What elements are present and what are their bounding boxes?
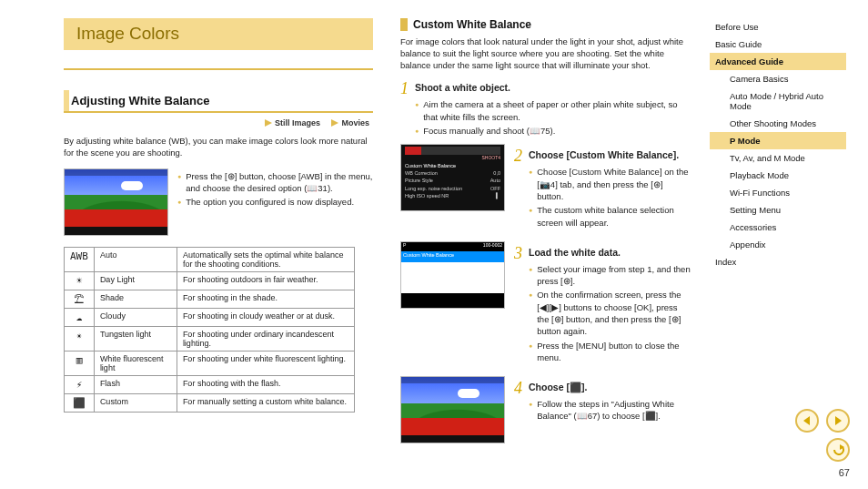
wb-desc: Automatically sets the optimal white bal… (177, 247, 354, 271)
wb-icon: ⬛ (65, 393, 95, 412)
bullet: Focus manually and shoot (📖75). (415, 125, 691, 137)
toc-link[interactable]: Playback Mode (710, 167, 846, 184)
wb-name: Shade (94, 290, 177, 308)
step-3-body: Select your image from step 1, and then … (529, 263, 691, 363)
figure-menu-screen: SHOOT4 Custom White Balance WB Correctio… (400, 144, 505, 211)
toc-link[interactable]: P Mode (710, 132, 846, 149)
wb-desc: For manually setting a custom white bala… (177, 393, 354, 412)
table-row: ✴Tungsten lightFor shooting under ordina… (65, 326, 355, 351)
chapter-rule (64, 68, 373, 70)
wb-icon: AWB (65, 247, 95, 271)
table-row: ⛱ShadeFor shooting in the shade. (65, 290, 355, 308)
wb-name: Custom (94, 393, 177, 412)
toc-link[interactable]: Other Shooting Modes (710, 115, 846, 132)
bullet: Aim the camera at a sheet of paper or ot… (415, 98, 691, 123)
section-adjusting-wb: Adjusting White Balance (64, 90, 373, 113)
toc-link[interactable]: Camera Basics (710, 70, 846, 87)
bullet: Press the [MENU] button to close the men… (529, 340, 691, 364)
wb-icon: ⚡ (65, 375, 95, 393)
wb-table: AWBAutoAutomatically sets the optimal wh… (64, 247, 355, 413)
bullet: On the confirmation screen, press the [◀… (529, 289, 691, 337)
triangle-left-icon (802, 415, 812, 426)
table-row: ☀Day LightFor shooting outdoors in fair … (65, 271, 355, 290)
intro-text: By adjusting white balance (WB), you can… (64, 136, 373, 159)
toc-link[interactable]: Setting Menu (710, 201, 846, 219)
wb-icon: ☀ (65, 271, 95, 290)
bullet: Choose [Custom White Balance] on the [📷4… (529, 166, 691, 202)
wb-desc: For shooting under ordinary incandescent… (177, 326, 354, 351)
section-title: Adjusting White Balance (71, 94, 209, 107)
step-bullets: Press the [⊛] button, choose [AWB] in th… (177, 168, 373, 210)
bullet: The custom white balance selection scree… (529, 204, 691, 229)
step-4-body: Follow the steps in "Adjusting White Bal… (529, 398, 691, 423)
svg-marker-3 (835, 416, 842, 425)
table-row: ⬛CustomFor manually setting a custom whi… (65, 393, 355, 412)
wb-icon: ⛱ (65, 290, 95, 308)
toc-link[interactable]: Index (710, 253, 846, 270)
toc-link[interactable]: Accessories (710, 219, 846, 236)
tag-movies: Movies (331, 118, 369, 127)
table-row: ▥White fluorescent lightFor shooting und… (65, 351, 355, 375)
figure-camera-preview-2 (400, 376, 505, 443)
figure-camera-preview (64, 168, 168, 236)
return-icon (832, 444, 844, 455)
next-page-button[interactable] (826, 409, 850, 433)
tag-still: Still Images (265, 118, 320, 127)
wb-desc: For shooting in the shade. (177, 290, 354, 308)
toc-link[interactable]: Basic Guide (710, 36, 846, 53)
wb-desc: For shooting under white fluorescent lig… (177, 351, 354, 375)
toc-link[interactable]: Wi-Fi Functions (710, 184, 846, 201)
return-button[interactable] (826, 438, 850, 462)
bullet: Select your image from step 1, and then … (529, 263, 691, 288)
wb-name: Tungsten light (94, 326, 177, 351)
step-2-number: 2 (514, 148, 529, 164)
wb-desc: For shooting outdoors in fair weather. (177, 271, 354, 290)
table-row: ☁CloudyFor shooting in cloudy weather or… (65, 308, 355, 326)
table-row: AWBAutoAutomatically sets the optimal wh… (65, 247, 355, 271)
bullet: Follow the steps in "Adjusting White Bal… (529, 398, 691, 423)
table-of-contents: Before UseBasic GuideAdvanced GuideCamer… (710, 18, 846, 270)
wb-icon: ▥ (65, 351, 95, 375)
toc-link[interactable]: Before Use (710, 18, 846, 36)
toc-link[interactable]: Tv, Av, and M Mode (710, 149, 846, 167)
step-1-number: 1 (400, 80, 415, 97)
triangle-right-icon (833, 415, 843, 426)
wb-icon: ☁ (65, 308, 95, 326)
wb-name: Flash (94, 375, 177, 393)
wb-desc: For shooting with the flash. (177, 375, 354, 393)
step-3-title: Load the white data. (529, 247, 621, 261)
figure-white-data: P100-0002 Custom White Balance (400, 241, 505, 309)
step-1-title: Shoot a white object. (415, 82, 510, 97)
wb-name: Auto (94, 247, 177, 271)
wb-desc: For shooting in cloudy weather or at dus… (177, 308, 354, 326)
toc-link[interactable]: Auto Mode / Hybrid Auto Mode (710, 87, 846, 115)
step-1-body: Aim the camera at a sheet of paper or ot… (415, 98, 691, 137)
page-number: 67 (795, 467, 850, 478)
svg-marker-2 (803, 416, 810, 425)
chapter-title: Image Colors (64, 18, 373, 50)
wb-name: Cloudy (94, 308, 177, 326)
page-nav: 67 (795, 409, 850, 478)
toc-link[interactable]: Advanced Guide (710, 53, 846, 70)
step-2-title: Choose [Custom White Balance]. (529, 149, 679, 164)
step-3-number: 3 (514, 245, 529, 261)
custom-wb-intro: For image colors that look natural under… (400, 36, 691, 71)
svg-marker-0 (265, 119, 272, 127)
section-custom-wb: Custom White Balance (400, 18, 691, 31)
toc-link[interactable]: Appendix (710, 236, 846, 253)
table-row: ⚡FlashFor shooting with the flash. (65, 375, 355, 393)
wb-name: White fluorescent light (94, 351, 177, 375)
step-4-title: Choose [⬛]. (529, 382, 587, 396)
wb-icon: ✴ (65, 326, 95, 351)
prev-page-button[interactable] (795, 409, 819, 433)
step-2-body: Choose [Custom White Balance] on the [📷4… (529, 166, 691, 228)
applies-to-tags: Still Images Movies (64, 118, 369, 128)
wb-name: Day Light (94, 271, 177, 290)
svg-marker-1 (331, 119, 338, 127)
step-4-number: 4 (514, 380, 529, 396)
